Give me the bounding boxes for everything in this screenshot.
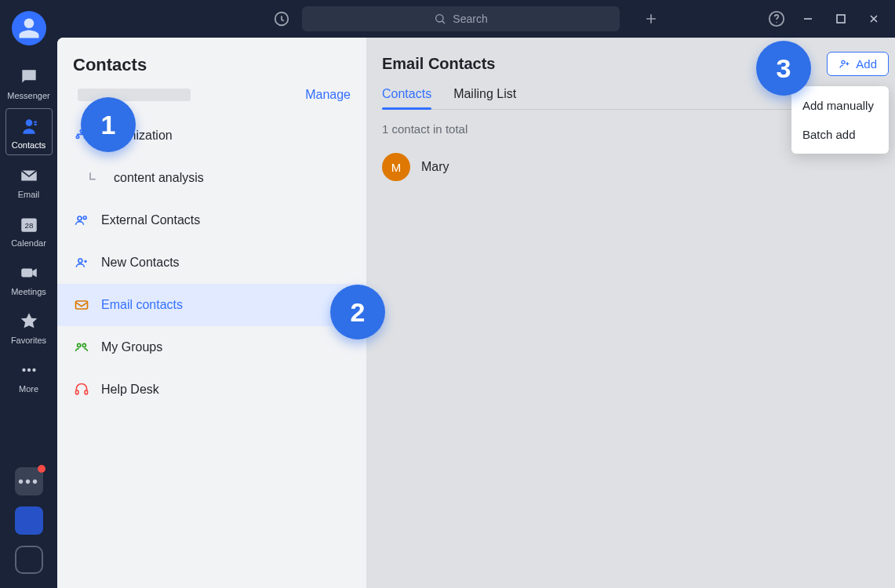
nav-item-content-analysis[interactable]: content analysis xyxy=(57,157,366,199)
rail-bottom: ••• xyxy=(15,467,43,588)
profile-avatar[interactable] xyxy=(12,11,46,45)
tree-branch-icon xyxy=(85,169,103,187)
minimize-button[interactable] xyxy=(796,7,820,31)
svg-point-14 xyxy=(78,216,82,220)
add-button-label: Add xyxy=(856,57,877,71)
history-button[interactable] xyxy=(271,8,293,30)
rail-item-messenger[interactable]: Messenger xyxy=(5,60,53,105)
search-icon xyxy=(434,13,446,25)
svg-point-11 xyxy=(80,130,82,132)
svg-rect-17 xyxy=(76,301,88,309)
help-icon xyxy=(768,10,785,27)
left-rail: Messenger Contacts Email 28 Calendar Mee… xyxy=(0,0,57,588)
rail-label: Messenger xyxy=(7,91,49,100)
email-icon xyxy=(18,165,40,187)
plus-icon xyxy=(643,11,659,27)
contacts-sidebar: Contacts Manage Organization content ana… xyxy=(57,38,366,588)
nav-item-organization[interactable]: Organization xyxy=(57,114,366,157)
svg-point-5 xyxy=(32,368,35,372)
nav-item-new-contacts[interactable]: New Contacts xyxy=(57,241,366,284)
rail-app-blue[interactable] xyxy=(15,506,43,535)
org-name-placeholder xyxy=(78,89,191,101)
rail-label: Favorites xyxy=(11,336,46,345)
close-button[interactable] xyxy=(862,7,886,31)
rail-item-more[interactable]: More xyxy=(5,353,53,398)
sidebar-title: Contacts xyxy=(57,38,366,83)
add-button[interactable]: Add xyxy=(827,52,889,76)
maximize-button[interactable] xyxy=(829,7,853,31)
nav-label: Email contacts xyxy=(101,298,183,312)
email-contacts-icon xyxy=(73,296,90,314)
external-contacts-icon xyxy=(73,212,90,229)
svg-point-15 xyxy=(83,216,86,220)
minimize-icon xyxy=(802,13,813,24)
svg-rect-2 xyxy=(21,269,32,278)
nav-label: New Contacts xyxy=(101,256,180,270)
contacts-icon xyxy=(18,115,40,137)
notification-badge xyxy=(38,465,45,473)
nav-label: Organization xyxy=(101,129,173,143)
rail-label: Contacts xyxy=(12,140,45,150)
detail-title: Email Contacts xyxy=(382,55,879,73)
add-dropdown: Add manually Batch add xyxy=(791,86,889,154)
rail-label: Calendar xyxy=(11,238,46,248)
svg-point-4 xyxy=(27,368,30,372)
svg-rect-20 xyxy=(76,390,78,394)
nav-item-my-groups[interactable]: My Groups xyxy=(57,326,366,368)
tab-mailing-list[interactable]: Mailing List xyxy=(453,87,516,109)
rail-item-favorites[interactable]: Favorites xyxy=(5,304,53,350)
headset-icon xyxy=(73,381,90,398)
svg-point-9 xyxy=(776,22,777,23)
rail-label: Meetings xyxy=(11,287,46,296)
svg-point-16 xyxy=(78,259,82,263)
dropdown-add-manually[interactable]: Add manually xyxy=(791,91,889,120)
chat-icon xyxy=(18,66,40,88)
contact-avatar: M xyxy=(382,153,410,181)
svg-point-18 xyxy=(78,343,81,347)
rail-item-calendar[interactable]: 28 Calendar xyxy=(5,207,53,252)
nav-item-external-contacts[interactable]: External Contacts xyxy=(57,199,366,241)
nav-label: content analysis xyxy=(114,171,204,185)
contact-row[interactable]: M Mary xyxy=(382,153,879,181)
svg-point-22 xyxy=(842,60,845,64)
help-button[interactable] xyxy=(766,9,787,29)
groups-icon xyxy=(73,339,90,356)
svg-rect-10 xyxy=(837,15,845,23)
star-icon xyxy=(18,310,40,332)
svg-point-13 xyxy=(84,136,86,138)
add-area: Add Add manually Batch add xyxy=(827,52,889,76)
svg-text:28: 28 xyxy=(24,221,33,230)
rail-label: More xyxy=(19,384,38,394)
svg-point-3 xyxy=(22,368,25,372)
close-icon xyxy=(868,13,879,24)
panels: Contacts Manage Organization content ana… xyxy=(57,38,895,588)
svg-rect-21 xyxy=(85,390,87,394)
person-icon xyxy=(17,16,41,40)
rail-item-meetings[interactable]: Meetings xyxy=(5,256,53,301)
dropdown-batch-add[interactable]: Batch add xyxy=(791,120,889,149)
rail-app-more[interactable]: ••• xyxy=(15,467,43,495)
svg-point-7 xyxy=(436,15,443,22)
manage-link[interactable]: Manage xyxy=(305,88,351,102)
calendar-icon: 28 xyxy=(18,213,40,235)
nav-label: External Contacts xyxy=(101,213,200,227)
contact-name: Mary xyxy=(421,160,449,174)
tab-contacts[interactable]: Contacts xyxy=(382,87,431,109)
search-input[interactable]: Search xyxy=(302,6,620,31)
rail-item-email[interactable]: Email xyxy=(5,158,53,204)
rail-label: Email xyxy=(18,190,40,199)
svg-point-12 xyxy=(76,136,78,138)
nav-list: Organization content analysis External C… xyxy=(57,114,366,411)
new-contacts-icon xyxy=(73,254,90,271)
new-button[interactable] xyxy=(640,8,662,30)
nav-label: My Groups xyxy=(101,340,162,354)
nav-item-email-contacts[interactable]: Email contacts xyxy=(57,284,366,326)
search-placeholder: Search xyxy=(453,13,487,25)
rail-item-contacts[interactable]: Contacts xyxy=(5,108,53,155)
rail-app-outline[interactable] xyxy=(15,546,43,574)
organization-icon xyxy=(73,127,90,144)
main-wrap: Search Contacts Manage Organization xyxy=(57,0,895,588)
nav-item-help-desk[interactable]: Help Desk xyxy=(57,368,366,411)
history-icon xyxy=(273,10,290,27)
detail-pane: Email Contacts Contacts Mailing List 1 c… xyxy=(366,38,895,588)
